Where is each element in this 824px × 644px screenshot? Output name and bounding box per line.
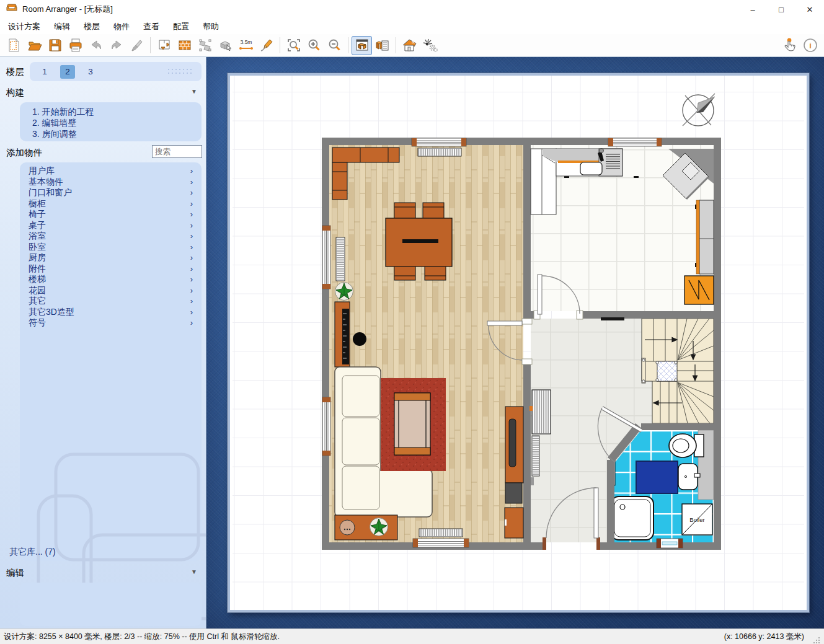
- select-objects-button[interactable]: [195, 36, 215, 55]
- boiler[interactable]: Boiler: [682, 504, 712, 535]
- menu-floor[interactable]: 楼层: [77, 19, 107, 34]
- category-cabinets[interactable]: 橱柜›: [20, 198, 202, 210]
- box-cursor-icon: [218, 38, 233, 53]
- zoom-in-button[interactable]: [304, 36, 324, 55]
- floors-drag-handle[interactable]: [167, 68, 193, 76]
- wall-kitchen-hall[interactable]: [579, 311, 714, 319]
- undo-button[interactable]: [86, 36, 106, 55]
- view-3d-button[interactable]: [352, 36, 372, 55]
- radiator-left[interactable]: [336, 237, 345, 281]
- lower-cabinet[interactable]: [505, 508, 523, 538]
- zoom-fit-icon: [286, 38, 301, 53]
- open-design-button[interactable]: [24, 36, 45, 55]
- washbasin[interactable]: [678, 464, 700, 490]
- category-other-3d-shapes[interactable]: 其它3D造型›: [20, 307, 202, 318]
- floor-tab-2[interactable]: 2: [60, 65, 75, 79]
- wall-living-hall[interactable]: [523, 363, 531, 542]
- save-design-button[interactable]: [45, 36, 65, 55]
- floor-tab-1[interactable]: 1: [37, 65, 52, 79]
- menu-options[interactable]: 配置: [166, 19, 196, 34]
- draw-button[interactable]: [256, 36, 277, 55]
- window-bottom-bathroom[interactable]: [657, 539, 683, 548]
- stool[interactable]: [353, 332, 366, 346]
- bathtub[interactable]: [636, 461, 678, 493]
- collapse-edit-icon[interactable]: ▼: [191, 568, 197, 575]
- window-title: Room Arranger - [无标题]: [22, 4, 113, 15]
- shower-tray[interactable]: [611, 496, 653, 540]
- redo-button[interactable]: [106, 36, 126, 55]
- menu-view[interactable]: 查看: [136, 19, 166, 34]
- category-garden[interactable]: 花园›: [20, 285, 202, 296]
- effects-button[interactable]: [420, 36, 440, 55]
- build-step-new-project[interactable]: 1. 开始新的工程: [32, 106, 202, 117]
- wall-right[interactable]: [714, 138, 721, 550]
- edit-walls-button[interactable]: [154, 36, 174, 55]
- house-3d-button[interactable]: 3D: [399, 36, 420, 55]
- fridge[interactable]: [684, 276, 714, 304]
- save-floppy-icon: [48, 38, 63, 53]
- collapse-build-icon[interactable]: ▼: [191, 88, 197, 95]
- category-doors-windows[interactable]: 门口和窗户›: [20, 187, 202, 198]
- wall-living-kitchen[interactable]: [523, 145, 531, 320]
- wall-bathroom-top[interactable]: [641, 423, 714, 430]
- menu-help[interactable]: 帮助: [196, 19, 226, 34]
- plant-lower[interactable]: [370, 518, 388, 536]
- toilet[interactable]: [669, 434, 704, 457]
- pouf[interactable]: [340, 520, 355, 535]
- minimize-button[interactable]: –: [738, 0, 767, 19]
- wall-tool-button[interactable]: [174, 36, 195, 55]
- category-basic-objects[interactable]: 基本物件›: [20, 177, 202, 188]
- window-left-lower[interactable]: [322, 397, 330, 456]
- menu-edit[interactable]: 编辑: [47, 19, 77, 34]
- other-libraries-link[interactable]: 其它库... (7): [9, 547, 56, 558]
- category-stairs[interactable]: 楼梯›: [20, 274, 202, 285]
- tv-cabinet[interactable]: [505, 407, 523, 538]
- about-info-button[interactable]: i: [800, 35, 820, 55]
- radiator-top[interactable]: [418, 148, 461, 156]
- category-bedroom[interactable]: 卧室›: [20, 242, 202, 253]
- window-left-upper[interactable]: [322, 226, 330, 289]
- close-button[interactable]: ✕: [795, 0, 824, 19]
- staircase[interactable]: [642, 319, 714, 423]
- menu-object[interactable]: 物件: [107, 19, 136, 34]
- search-input[interactable]: [152, 145, 202, 158]
- category-symbols[interactable]: 符号›: [20, 317, 202, 329]
- print-button[interactable]: [65, 36, 86, 55]
- category-bathroom[interactable]: 浴室›: [20, 231, 202, 242]
- zoom-all-button[interactable]: [283, 36, 304, 55]
- coffee-table[interactable]: [394, 393, 430, 455]
- workspace[interactable]: Boiler: [206, 57, 824, 629]
- category-kitchen[interactable]: 厨房›: [20, 252, 202, 263]
- category-user-library[interactable]: 用户库›: [20, 165, 202, 177]
- window-top-living[interactable]: [412, 138, 466, 146]
- menu-design[interactable]: 设计方案: [1, 19, 47, 34]
- radiator-bottom[interactable]: [419, 529, 463, 537]
- plant-upper[interactable]: [335, 283, 353, 301]
- move-objects-button[interactable]: [215, 36, 236, 55]
- resize-grip[interactable]: [813, 637, 820, 644]
- av-box[interactable]: [505, 483, 522, 503]
- new-design-button[interactable]: [4, 36, 24, 55]
- category-accessories[interactable]: 附件›: [20, 263, 202, 275]
- build-step-edit-walls[interactable]: 2. 编辑墙壁: [32, 117, 202, 128]
- category-other[interactable]: 其它›: [20, 296, 202, 307]
- format-painter-button[interactable]: [126, 36, 147, 55]
- kitchen-right-cabinets[interactable]: [696, 200, 714, 274]
- zoom-out-button[interactable]: [324, 36, 345, 55]
- build-step-adjust-rooms[interactable]: 3. 房间调整: [32, 128, 202, 139]
- drawing-page[interactable]: Boiler: [228, 73, 809, 612]
- window-top-kitchen[interactable]: [608, 138, 662, 146]
- floors-label: 楼层: [6, 66, 24, 78]
- measure-button[interactable]: 3.5m: [236, 36, 256, 55]
- wall-left[interactable]: [322, 138, 329, 550]
- window-bottom-living[interactable]: [413, 539, 469, 547]
- category-chairs[interactable]: 椅子›: [20, 209, 202, 220]
- wall-bathroom-left[interactable]: [607, 460, 614, 542]
- radiator-hallway[interactable]: [529, 390, 551, 434]
- maximize-button[interactable]: □: [767, 0, 795, 19]
- floor-tab-3[interactable]: 3: [83, 65, 98, 79]
- bookshelf[interactable]: [335, 302, 350, 367]
- object-properties-button[interactable]: [372, 36, 392, 55]
- category-tables[interactable]: 桌子›: [20, 220, 202, 231]
- pointer-mode-button[interactable]: [779, 35, 800, 55]
